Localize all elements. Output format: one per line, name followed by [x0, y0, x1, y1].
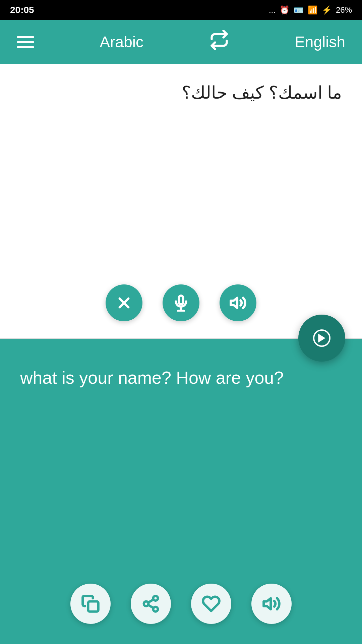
hamburger-line-3 — [17, 46, 34, 48]
favorite-button[interactable] — [191, 584, 231, 624]
clear-button[interactable] — [106, 284, 142, 321]
svg-line-11 — [148, 605, 154, 608]
copy-button[interactable] — [70, 584, 111, 624]
svg-rect-7 — [88, 601, 98, 611]
target-language-selector[interactable]: English — [295, 33, 345, 51]
battery-percent: 26% — [336, 5, 352, 15]
status-time: 20:05 — [10, 5, 34, 15]
svg-rect-2 — [179, 296, 183, 304]
toolbar: Arabic English — [0, 20, 362, 64]
status-icons: ... ⏰ 🪪 📶 ⚡ 26% — [269, 5, 352, 15]
status-dots: ... — [269, 5, 276, 15]
source-language-selector[interactable]: Arabic — [100, 33, 143, 51]
svg-line-12 — [148, 599, 154, 602]
hamburger-line-2 — [17, 41, 34, 43]
signal-icon: 📶 — [308, 5, 318, 15]
translation-actions — [70, 584, 292, 624]
status-bar: 20:05 ... ⏰ 🪪 📶 ⚡ 26% — [0, 0, 362, 20]
charge-icon: ⚡ — [322, 5, 332, 15]
alarm-icon: ⏰ — [280, 5, 290, 15]
translation-speaker-button[interactable] — [251, 584, 292, 624]
hamburger-line-1 — [17, 36, 34, 38]
microphone-button[interactable] — [163, 284, 199, 321]
translation-panel: what is your name? How are you? — [0, 339, 362, 644]
share-button[interactable] — [131, 584, 171, 624]
svg-marker-5 — [231, 298, 237, 308]
battery-icon: 26% — [336, 5, 352, 15]
translation-text: what is your name? How are you? — [20, 366, 342, 390]
svg-marker-13 — [264, 598, 271, 609]
panels-wrapper: ما اسمك؟ كيف حالك؟ — [0, 64, 362, 644]
swap-languages-button[interactable] — [209, 30, 229, 54]
sim-icon: 🪪 — [294, 5, 304, 15]
source-panel: ما اسمك؟ كيف حالك؟ — [0, 64, 362, 339]
menu-button[interactable] — [17, 36, 34, 48]
source-text: ما اسمك؟ كيف حالك؟ — [20, 80, 342, 105]
source-speaker-button[interactable] — [220, 284, 256, 321]
translate-fab-button[interactable] — [298, 315, 345, 362]
source-actions — [106, 284, 256, 321]
